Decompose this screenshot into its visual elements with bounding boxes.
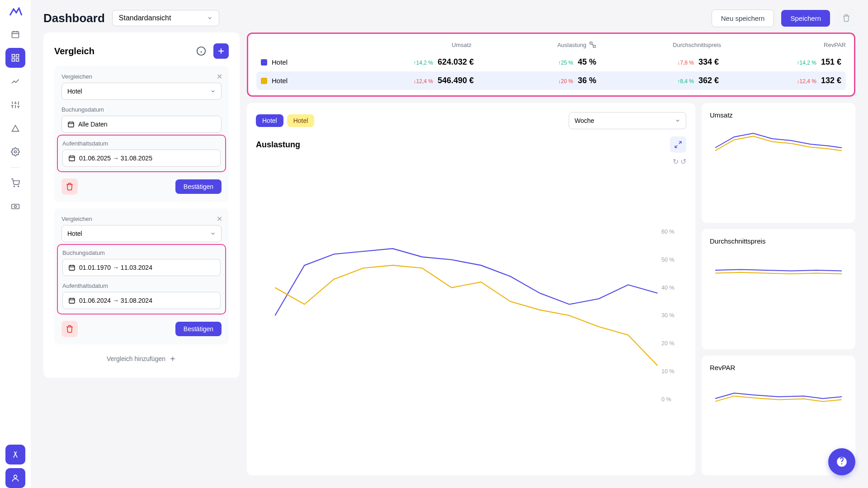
brand-logo	[8, 7, 23, 15]
compare-block-1: ✕ Vergleichen Hotel Buchungsdatum Alle D…	[54, 66, 229, 202]
calendar-icon	[68, 297, 75, 304]
compare-label: Vergleichen	[61, 73, 222, 80]
mini-chart[interactable]: Durchschnittspreis	[702, 229, 855, 349]
svg-rect-16	[590, 42, 592, 44]
chevron-down-icon	[207, 15, 212, 21]
y-tick: 50 %	[661, 257, 675, 263]
nav-rail	[0, 0, 31, 488]
delta-value: ↑14,2 %	[797, 60, 816, 66]
legend-chip[interactable]: Hotel	[287, 114, 315, 127]
delete-view-button[interactable]	[837, 9, 855, 27]
confirm-button[interactable]: Bestätigen	[175, 322, 222, 336]
save-button[interactable]: Speichern	[781, 10, 830, 27]
svg-rect-8	[12, 204, 19, 209]
mini-chart-title: Durchschnittspreis	[710, 237, 847, 245]
subject-value: Hotel	[67, 88, 82, 95]
legend-swatch	[261, 59, 267, 66]
svg-point-9	[14, 206, 17, 208]
y-tick: 60 %	[661, 229, 675, 235]
legend-chip[interactable]: Hotel	[256, 114, 283, 127]
delta-value: ↓12,4 %	[797, 78, 816, 84]
nav-dashboard[interactable]	[5, 48, 25, 68]
kpi-header-adr: Durchschnittspreis	[596, 41, 721, 48]
booking-label: Buchungsdatum	[62, 249, 221, 256]
subject-select[interactable]: Hotel	[61, 83, 222, 100]
compare-panel: Vergleich ✕ Vergleichen Hotel Buchun	[43, 33, 240, 378]
save-new-button[interactable]: Neu speichern	[712, 9, 774, 27]
stay-date-input[interactable]: 01.06.2025 → 31.08.2025	[62, 150, 221, 167]
undo-icon[interactable]: ↺	[680, 157, 686, 166]
kpi-header-auslastung: Auslastung	[557, 42, 586, 48]
nav-shop[interactable]	[5, 173, 25, 193]
chart-link-icon[interactable]	[589, 41, 596, 48]
trash-button[interactable]	[61, 321, 78, 337]
kpi-value: 624.032 €	[438, 57, 474, 67]
trash-button[interactable]	[61, 178, 78, 195]
calendar-icon	[68, 155, 75, 162]
svg-rect-13	[69, 156, 75, 161]
legend-swatch	[261, 78, 267, 84]
svg-rect-3	[12, 59, 15, 61]
mini-chart[interactable]: Umsatz	[702, 103, 855, 223]
close-icon[interactable]: ✕	[217, 72, 222, 81]
chart-area: 0 %10 %20 %30 %40 %50 %60 %	[256, 169, 686, 466]
kpi-row[interactable]: Hotel↓12,4 %546.490 €↓20 %36 %↑8,4 %362 …	[256, 71, 846, 90]
booking-date-input[interactable]: Alle Daten	[61, 116, 222, 133]
booking-label: Buchungsdatum	[61, 106, 222, 113]
svg-rect-17	[593, 45, 595, 47]
chart-title: Auslastung	[256, 140, 300, 150]
delta-value: ↑14,2 %	[414, 60, 433, 66]
chevron-down-icon	[675, 118, 680, 123]
delta-value: ↓12,4 %	[414, 78, 433, 84]
nav-calendar[interactable]	[5, 24, 25, 44]
highlight-dates-2: Buchungsdatum 01.01.1970 → 11.03.2024 Au…	[57, 244, 226, 314]
compare-title: Vergleich	[54, 46, 94, 56]
kpi-value: 45 %	[578, 57, 596, 67]
nav-profile[interactable]	[5, 468, 25, 488]
subject-value: Hotel	[67, 230, 82, 237]
plus-icon	[169, 355, 176, 362]
add-compare-button[interactable]: Vergleich hinzufügen	[54, 351, 229, 367]
chevron-down-icon	[210, 231, 216, 236]
add-compare-label: Vergleich hinzufügen	[107, 355, 165, 362]
close-icon[interactable]: ✕	[217, 215, 222, 223]
nav-config[interactable]	[5, 142, 25, 162]
delta-value: ↑25 %	[558, 60, 573, 66]
svg-point-5	[14, 151, 17, 153]
y-tick: 0 %	[661, 396, 671, 403]
kpi-row[interactable]: Hotel↑14,2 %624.032 €↑25 %45 %↓7,8 %334 …	[256, 53, 846, 71]
add-button[interactable]	[213, 43, 229, 59]
info-button[interactable]	[193, 43, 209, 59]
calendar-icon	[67, 121, 75, 128]
series-line	[275, 249, 657, 315]
time-select[interactable]: Woche	[569, 112, 686, 129]
kpi-value: 36 %	[578, 76, 596, 85]
stay-date-input[interactable]: 01.06.2024 → 31.08.2024	[62, 292, 221, 309]
stay-label: Aufenthaltsdatum	[62, 140, 221, 147]
confirm-button[interactable]: Bestätigen	[175, 179, 222, 194]
delta-value: ↓20 %	[558, 78, 573, 84]
nav-reports[interactable]	[5, 71, 25, 91]
booking-value: 01.01.1970 → 11.03.2024	[79, 264, 152, 271]
main-chart-panel: HotelHotel Woche Auslastung ↻ ↺	[247, 103, 695, 475]
svg-point-7	[18, 186, 19, 187]
calendar-icon	[68, 264, 75, 271]
mini-series-line	[715, 136, 842, 150]
redo-icon[interactable]: ↻	[673, 157, 679, 166]
mini-series-line	[715, 272, 842, 274]
nav-payments[interactable]	[5, 197, 25, 216]
view-dropdown[interactable]: Standardansicht	[112, 10, 220, 26]
y-tick: 40 %	[661, 285, 675, 291]
kpi-table: Umsatz Auslastung Durchschnittspreis Rev…	[247, 33, 855, 97]
help-button[interactable]	[828, 448, 855, 475]
svg-rect-0	[12, 32, 19, 38]
nav-magic[interactable]	[5, 445, 25, 465]
nav-distribution[interactable]	[5, 118, 25, 138]
nav-divider	[11, 167, 20, 168]
delta-value: ↓7,8 %	[677, 60, 694, 66]
expand-button[interactable]	[670, 136, 686, 153]
nav-settings[interactable]	[5, 95, 25, 115]
booking-date-input[interactable]: 01.01.1970 → 11.03.2024	[62, 259, 221, 276]
subject-select[interactable]: Hotel	[61, 225, 222, 242]
svg-rect-12	[68, 122, 74, 127]
